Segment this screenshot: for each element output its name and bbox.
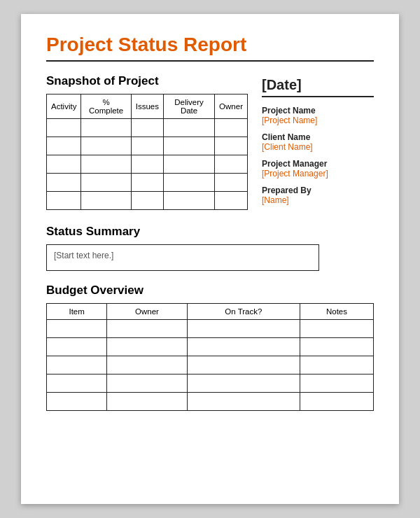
snapshot-cell[interactable] — [81, 192, 131, 210]
budget-col-header: Notes — [300, 304, 373, 320]
snapshot-cell[interactable] — [81, 119, 131, 137]
budget-cell[interactable] — [47, 356, 107, 374]
snapshot-cell[interactable] — [81, 174, 131, 192]
budget-cell[interactable] — [47, 338, 107, 356]
snapshot-cell[interactable] — [215, 155, 248, 174]
snapshot-cell[interactable] — [47, 174, 81, 192]
snapshot-table: Activity% CompleteIssuesDelivery DateOwn… — [46, 94, 248, 210]
title-divider — [46, 60, 374, 62]
budget-cell[interactable] — [107, 374, 187, 393]
project-manager-value: [Project Manager] — [262, 169, 374, 178]
snapshot-cell[interactable] — [131, 137, 163, 155]
snapshot-cell[interactable] — [131, 174, 163, 192]
budget-cell[interactable] — [107, 338, 187, 356]
status-section: Status Summary [Start text here.] — [46, 225, 374, 271]
left-column: Snapshot of Project Activity% CompleteIs… — [46, 74, 248, 212]
snapshot-cell[interactable] — [215, 137, 248, 155]
table-row — [47, 393, 374, 411]
date-placeholder: [Date] — [262, 77, 374, 93]
project-name-label: Project Name — [262, 106, 374, 115]
snapshot-cell[interactable] — [131, 119, 163, 137]
snapshot-heading: Snapshot of Project — [46, 74, 248, 88]
snapshot-cell[interactable] — [81, 155, 131, 174]
budget-cell[interactable] — [107, 356, 187, 374]
project-name-value: [Project Name] — [262, 115, 374, 125]
report-title: Project Status Report — [46, 34, 374, 56]
status-placeholder: [Start text here.] — [54, 251, 113, 260]
table-row — [47, 155, 248, 174]
main-content: Snapshot of Project Activity% CompleteIs… — [46, 74, 374, 212]
snapshot-header-row: Activity% CompleteIssuesDelivery DateOwn… — [47, 94, 248, 119]
client-name-label: Client Name — [262, 132, 374, 142]
budget-cell[interactable] — [187, 320, 300, 338]
project-manager-label: Project Manager — [262, 159, 374, 169]
snapshot-cell[interactable] — [131, 155, 163, 174]
budget-cell[interactable] — [300, 356, 373, 374]
snapshot-cell[interactable] — [163, 174, 214, 192]
snapshot-cell[interactable] — [47, 137, 81, 155]
budget-col-header: On Track? — [187, 304, 300, 320]
project-name-block: Project Name [Project Name] — [262, 106, 374, 125]
snapshot-cell[interactable] — [131, 192, 163, 210]
status-heading: Status Summary — [46, 225, 374, 239]
snapshot-col-header: % Complete — [81, 94, 131, 119]
snapshot-col-header: Issues — [131, 94, 163, 119]
snapshot-col-header: Activity — [47, 94, 81, 119]
budget-cell[interactable] — [300, 393, 373, 411]
budget-heading: Budget Overview — [46, 284, 374, 298]
table-row — [47, 192, 248, 210]
table-row — [47, 137, 248, 155]
prepared-by-label: Prepared By — [262, 186, 374, 195]
snapshot-col-header: Owner — [215, 94, 248, 119]
budget-col-header: Item — [47, 304, 107, 320]
snapshot-cell[interactable] — [215, 192, 248, 210]
right-column: [Date] Project Name [Project Name] Clien… — [262, 74, 374, 212]
snapshot-cell[interactable] — [81, 137, 131, 155]
budget-section: Budget Overview ItemOwnerOn Track?Notes — [46, 284, 374, 411]
budget-cell[interactable] — [187, 393, 300, 411]
budget-table: ItemOwnerOn Track?Notes — [46, 303, 374, 411]
client-name-block: Client Name [Client Name] — [262, 132, 374, 152]
budget-cell[interactable] — [47, 374, 107, 393]
budget-cell[interactable] — [187, 374, 300, 393]
budget-col-header: Owner — [107, 304, 187, 320]
snapshot-cell[interactable] — [163, 119, 214, 137]
budget-header-row: ItemOwnerOn Track?Notes — [47, 304, 374, 320]
table-row — [47, 374, 374, 393]
table-row — [47, 356, 374, 374]
table-row — [47, 338, 374, 356]
report-page: Project Status Report Snapshot of Projec… — [21, 14, 399, 504]
budget-cell[interactable] — [187, 338, 300, 356]
status-text-box[interactable]: [Start text here.] — [46, 244, 319, 271]
snapshot-col-header: Delivery Date — [163, 94, 214, 119]
table-row — [47, 320, 374, 338]
snapshot-cell[interactable] — [163, 155, 214, 174]
snapshot-cell[interactable] — [163, 192, 214, 210]
snapshot-cell[interactable] — [215, 119, 248, 137]
prepared-by-block: Prepared By [Name] — [262, 186, 374, 205]
budget-cell[interactable] — [47, 393, 107, 411]
table-row — [47, 174, 248, 192]
project-manager-block: Project Manager [Project Manager] — [262, 159, 374, 178]
budget-cell[interactable] — [107, 393, 187, 411]
snapshot-cell[interactable] — [47, 119, 81, 137]
prepared-by-value: [Name] — [262, 195, 374, 205]
snapshot-cell[interactable] — [163, 137, 214, 155]
snapshot-cell[interactable] — [47, 192, 81, 210]
table-row — [47, 119, 248, 137]
budget-cell[interactable] — [47, 320, 107, 338]
snapshot-cell[interactable] — [47, 155, 81, 174]
budget-cell[interactable] — [187, 356, 300, 374]
budget-cell[interactable] — [107, 320, 187, 338]
date-divider — [262, 96, 374, 97]
snapshot-cell[interactable] — [215, 174, 248, 192]
budget-cell[interactable] — [300, 320, 373, 338]
budget-cell[interactable] — [300, 374, 373, 393]
client-name-value: [Client Name] — [262, 142, 374, 152]
budget-cell[interactable] — [300, 338, 373, 356]
